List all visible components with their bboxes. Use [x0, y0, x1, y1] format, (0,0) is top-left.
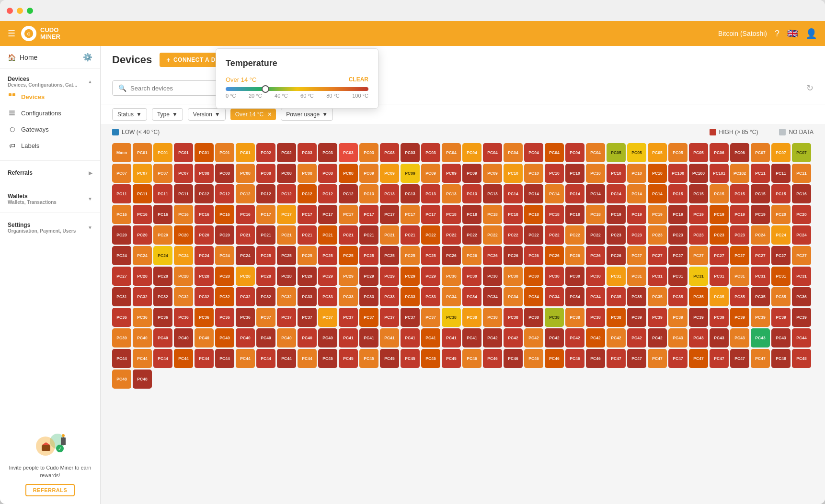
device-cell[interactable]: PC09 [483, 164, 502, 183]
device-cell[interactable]: PC10 [586, 164, 605, 183]
device-cell[interactable]: PC19 [689, 205, 708, 224]
device-cell[interactable]: PC17 [380, 205, 399, 224]
device-cell[interactable]: PC42 [545, 328, 564, 347]
device-cell[interactable]: PC48 [133, 370, 152, 389]
device-cell[interactable]: PC34 [483, 287, 502, 306]
device-cell[interactable]: PC42 [607, 328, 626, 347]
device-cell[interactable]: PC07 [153, 164, 172, 183]
device-cell[interactable]: PC39 [792, 308, 811, 327]
device-cell[interactable]: PC22 [586, 225, 605, 245]
device-cell[interactable]: PC25 [359, 246, 378, 265]
device-cell[interactable]: PC32 [277, 287, 296, 306]
search-box[interactable]: 🔍 [112, 80, 218, 96]
device-cell[interactable]: PC03 [359, 143, 378, 162]
device-cell[interactable]: PC06 [710, 143, 729, 162]
device-cell[interactable]: PC36 [195, 308, 214, 327]
device-cell[interactable]: PC26 [462, 246, 481, 265]
device-cell[interactable]: PC19 [627, 205, 646, 224]
device-cell[interactable]: PC31 [607, 267, 626, 286]
device-cell[interactable]: PC30 [483, 267, 502, 286]
device-cell[interactable]: PC38 [545, 308, 564, 327]
device-cell[interactable]: PC19 [668, 205, 688, 224]
device-cell[interactable]: PC26 [524, 246, 543, 265]
device-cell[interactable]: PC37 [421, 308, 440, 327]
device-cell[interactable]: PC28 [153, 267, 172, 286]
device-cell[interactable]: PC29 [380, 267, 399, 286]
device-cell[interactable]: PC07 [112, 164, 131, 183]
device-cell[interactable]: PC42 [627, 328, 646, 347]
device-cell[interactable]: PC31 [627, 267, 646, 286]
device-cell[interactable]: PC28 [236, 267, 255, 286]
device-cell[interactable]: PC100 [668, 164, 688, 183]
device-cell[interactable]: PC27 [668, 246, 688, 265]
sidebar-section-settings-header[interactable]: Settings Organisation, Payment, Users ▼ [0, 220, 100, 235]
device-cell[interactable]: PC11 [751, 164, 770, 183]
device-cell[interactable]: PC01 [236, 143, 255, 162]
device-cell[interactable]: PC11 [174, 184, 193, 203]
device-cell[interactable]: PC26 [545, 246, 564, 265]
device-cell[interactable]: PC41 [380, 328, 399, 347]
device-cell[interactable]: PC29 [318, 267, 337, 286]
device-cell[interactable]: PC35 [627, 287, 646, 306]
help-icon[interactable]: ? [775, 29, 779, 39]
device-cell[interactable]: PC47 [689, 349, 708, 368]
device-cell[interactable]: PC20 [112, 225, 131, 245]
device-cell[interactable]: PC12 [256, 184, 275, 203]
device-cell[interactable]: PC31 [771, 267, 791, 286]
device-cell[interactable]: PC17 [318, 205, 337, 224]
device-cell[interactable]: PC18 [483, 205, 502, 224]
device-cell[interactable]: PC24 [771, 225, 791, 245]
device-cell[interactable]: PC33 [318, 287, 337, 306]
device-cell[interactable]: PC40 [256, 328, 275, 347]
device-cell[interactable]: PC08 [236, 164, 255, 183]
device-cell[interactable]: PC05 [648, 143, 667, 162]
device-cell[interactable]: PC19 [730, 205, 749, 224]
device-cell[interactable]: PC34 [462, 287, 481, 306]
device-cell[interactable]: PC20 [792, 205, 811, 224]
device-cell[interactable]: PC31 [751, 267, 770, 286]
device-cell[interactable]: PC29 [298, 267, 317, 286]
device-cell[interactable]: PC20 [174, 225, 193, 245]
device-cell[interactable]: PC37 [298, 308, 317, 327]
device-cell[interactable]: PC02 [277, 143, 296, 162]
device-cell[interactable]: PC16 [153, 205, 172, 224]
device-cell[interactable]: PC31 [112, 287, 131, 306]
device-cell[interactable]: PC07 [751, 143, 770, 162]
device-cell[interactable]: PC35 [710, 287, 729, 306]
device-cell[interactable]: PC17 [298, 205, 317, 224]
device-cell[interactable]: PC31 [689, 267, 708, 286]
device-cell[interactable]: PC34 [504, 287, 523, 306]
device-cell[interactable]: PC45 [401, 349, 420, 368]
device-cell[interactable]: PC37 [277, 308, 296, 327]
device-cell[interactable]: PC33 [359, 287, 378, 306]
device-cell[interactable]: PC16 [133, 205, 152, 224]
device-cell[interactable]: PC38 [565, 308, 584, 327]
device-cell[interactable]: PC05 [668, 143, 688, 162]
device-cell[interactable]: PC29 [339, 267, 358, 286]
device-cell[interactable]: PC41 [401, 328, 420, 347]
device-cell[interactable]: PC40 [318, 328, 337, 347]
device-cell[interactable]: PC09 [359, 164, 378, 183]
device-cell[interactable]: PC19 [607, 205, 626, 224]
device-cell[interactable]: PC21 [298, 225, 317, 245]
device-cell[interactable]: PC27 [751, 246, 770, 265]
device-cell[interactable]: PC37 [401, 308, 420, 327]
device-cell[interactable]: PC48 [112, 370, 131, 389]
device-cell[interactable]: PC35 [751, 287, 770, 306]
device-cell[interactable]: PC35 [730, 287, 749, 306]
device-cell[interactable]: PC02 [256, 143, 275, 162]
device-cell[interactable]: PC04 [565, 143, 584, 162]
device-cell[interactable]: PC19 [710, 205, 729, 224]
device-cell[interactable]: PC41 [339, 328, 358, 347]
device-cell[interactable]: PC24 [215, 246, 234, 265]
device-cell[interactable]: PC07 [174, 164, 193, 183]
device-cell[interactable]: PC39 [771, 308, 791, 327]
device-cell[interactable]: PC04 [504, 143, 523, 162]
device-cell[interactable]: PC47 [648, 349, 667, 368]
device-cell[interactable]: PC01 [133, 143, 152, 162]
device-cell[interactable]: PC43 [710, 328, 729, 347]
device-cell[interactable]: PC43 [730, 328, 749, 347]
device-cell[interactable]: PC19 [751, 205, 770, 224]
device-cell[interactable]: PC11 [112, 184, 131, 203]
power-usage-filter[interactable]: Power usage ▼ [281, 108, 333, 121]
